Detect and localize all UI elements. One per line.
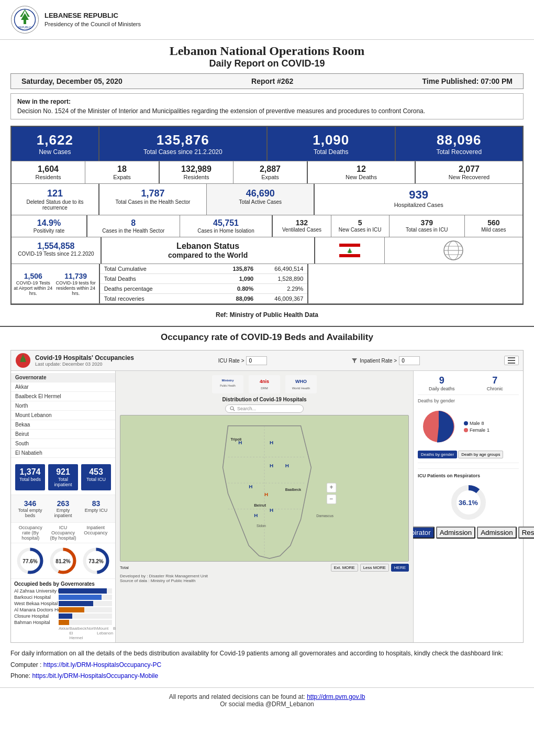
female-dot [464, 428, 468, 432]
ventilated-cell: 132 Ventilated Cases [273, 215, 331, 237]
ventilated-lbl: Ventilated Cases [276, 227, 327, 233]
icu-pct-text: 81.2% [55, 558, 70, 564]
footer-links-section: For daily information on all the details… [10, 648, 524, 682]
dashboard-logo-icon [15, 353, 31, 368]
total-inpatient-num: 921 [50, 467, 76, 477]
residents2-lbl: Residents [163, 174, 230, 180]
recoveries-world: 46,009,367 [253, 295, 303, 302]
menu-button[interactable] [504, 356, 519, 365]
chronic-num: 7 [471, 375, 519, 386]
main-title: Lebanon National Operations Room [0, 44, 534, 58]
svg-text:H: H [270, 463, 273, 468]
svg-text:Tripoli: Tripoli [230, 437, 241, 442]
positivity-lbl: Positivity rate [15, 228, 83, 234]
icu-rate-filter[interactable]: ICU Rate > [218, 356, 268, 365]
gender-tabs[interactable]: Deaths by gender Death by age groups [418, 451, 519, 458]
developed-by: Developed by : Disaster Risk Management … [120, 574, 409, 583]
home-isolation-cell: 45,751 Cases in Home Isolation [180, 215, 273, 237]
hosp-name-0: Al Zahraa University Hospital [14, 588, 59, 594]
gauges-row: 77.6% 81.2% [11, 543, 115, 579]
total-deaths-number: 1,090 [271, 132, 392, 148]
nav-item-beirut[interactable]: Beirut [11, 430, 115, 439]
home-isolation-num: 45,751 [183, 218, 269, 228]
total-cases-cell: 135,876 Total Cases since 21.2.2020 [99, 127, 268, 161]
icu-resp-title: ICU Patients on Respirators [418, 473, 519, 478]
svg-text:REPUBLIC: REPUBLIC [18, 26, 31, 29]
hosp-bar-1 [59, 595, 102, 600]
occupancy-rate-lbl: Occupancy rate (By hospital) [15, 525, 46, 541]
nav-item-north[interactable]: North [11, 401, 115, 411]
nav-item-akkar[interactable]: Akkar [11, 382, 115, 392]
total-beds-lbl: Total beds [17, 477, 43, 482]
final-link[interactable]: http://drm.pvm.gov.lb [307, 693, 365, 700]
ext-more-btn[interactable]: Ext. MORE [331, 564, 358, 572]
gender-tab-btn[interactable]: Deaths by gender [418, 451, 457, 458]
deaths-pct-world: 2.29% [253, 286, 303, 292]
deaths-label: Total Deaths [104, 276, 204, 282]
flag-icon-area [315, 237, 385, 264]
icu-rate-label: ICU Rate > [218, 358, 244, 364]
dash-main-title: Covid-19 Hospitals' Occupancies [35, 354, 134, 361]
mild-num: 560 [468, 218, 519, 227]
hosp-bar-bg-1 [59, 595, 112, 600]
resp-tab-2[interactable]: Admission [477, 527, 516, 539]
nav-item-south[interactable]: South [11, 439, 115, 448]
resp-tab-3[interactable]: Resp [518, 527, 534, 539]
positivity-cell: 14.9% Positivity rate [12, 215, 87, 237]
empty-inpatient-lbl: Empty inpatient [48, 508, 78, 518]
less-more-btn[interactable]: Less MORE [360, 564, 389, 572]
hosp-name-4: Closure Hospital [14, 613, 59, 619]
dashboard-container: Covid-19 Hospitals' Occupancies Last upd… [10, 350, 524, 643]
here-btn[interactable]: HERE [391, 564, 409, 572]
svg-text:H: H [264, 491, 268, 497]
svg-text:H: H [254, 512, 258, 518]
empty-icu-box: 83 Empty ICU [81, 499, 111, 518]
report-date: Saturday, December 05, 2020 [21, 77, 123, 85]
hosp-bar-bg-5 [59, 620, 112, 625]
hospitalized-cell: 939 Hospitalized Cases [315, 184, 522, 215]
news-body: Decision No. 1524 of the Minister of Int… [17, 107, 517, 115]
inpatient-rate-filter[interactable]: Inpatient Rate > [351, 356, 420, 365]
new-cases-label: New Cases [15, 148, 95, 156]
hosp-row-3: Al Manara Doctors Hospital [14, 607, 112, 612]
chronic-lbl: Chronic [471, 386, 519, 391]
nav-item-mount-lebanon[interactable]: Mount Lebanon [11, 411, 115, 420]
airport-test-cell: 1,506 COVID-19 Tests at Airport within 2… [14, 272, 53, 296]
expats2-lbl: Expats [237, 174, 304, 180]
map-search-bar[interactable]: Search... [225, 404, 304, 413]
logo-icon: REPUBLIC [10, 5, 39, 34]
male-label: Male [470, 421, 480, 426]
expats2-num: 2,887 [237, 165, 304, 174]
nav-item-governorate[interactable]: Governorate [11, 373, 115, 382]
map-buttons-row[interactable]: Ext. MORE Less MORE HERE [331, 564, 409, 572]
gender-chart-area: Male 8 Female 1 [418, 406, 519, 447]
nav-item-bekaa[interactable]: Bekaa [11, 420, 115, 430]
hosp-row-4: Closure Hospital [14, 613, 112, 619]
total-icu-box: 453 Total ICU [81, 464, 111, 490]
new-icu-num: 5 [335, 218, 386, 227]
svg-text:Sidon: Sidon [257, 524, 266, 528]
developed-by-text: Developed by : Disaster Risk Management … [120, 574, 409, 578]
nav-item-el-nabatieh[interactable]: El Nabatieh [11, 448, 115, 458]
source-text: Source of data : Ministry of Public Heal… [120, 578, 409, 583]
resp-tab-1[interactable]: Admission [436, 527, 475, 539]
hamburger-icon [508, 357, 515, 364]
svg-rect-8 [339, 254, 360, 257]
icu-rate-input[interactable] [246, 356, 267, 365]
health-sector-lbl: Total Cases in the Health Sector [103, 199, 203, 205]
female-count: 1 [487, 428, 490, 433]
positivity-num: 14.9% [15, 218, 83, 228]
svg-rect-31 [249, 375, 280, 393]
nav-item-baalbeck[interactable]: Baalbeck El Hermel [11, 392, 115, 401]
total-inpatient-box: 921 Total inpatient [48, 464, 78, 490]
respirator-tabs[interactable]: Respirator Admission Admission Resp [418, 527, 519, 539]
svg-rect-34 [285, 375, 317, 393]
report-number: Report #262 [251, 77, 293, 85]
dist-title: Distribution of Covid-19 Hospitals [120, 397, 409, 402]
age-tab-btn[interactable]: Death by age groups [458, 451, 503, 458]
empty-beds-box: 346 Total empty beds [15, 499, 45, 518]
pc-link[interactable]: https://bit.ly/DRM-HospitalsOccupancy-PC [43, 661, 161, 669]
inpatient-rate-input[interactable] [399, 356, 420, 365]
active-cases-lbl: Total Active Cases [210, 199, 310, 205]
phone-link[interactable]: https:/bit.ly/DRM-HospitalsOccupancy-Mob… [32, 672, 158, 680]
